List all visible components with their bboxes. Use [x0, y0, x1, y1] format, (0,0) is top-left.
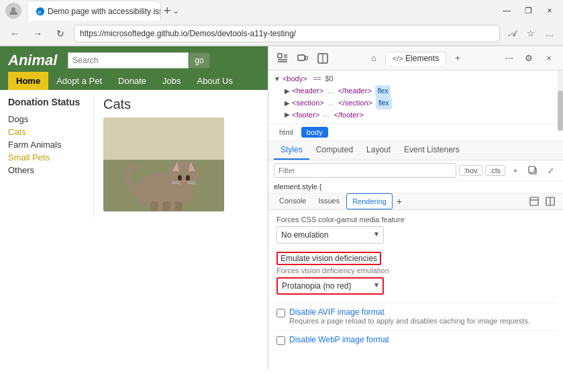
vision-label: Emulate vision deficiencies	[280, 254, 377, 263]
triangle-header[interactable]: ▶	[285, 86, 290, 97]
dom-subtab-body[interactable]: body	[301, 127, 328, 138]
sidebar-title: Donation Status	[8, 97, 85, 107]
bottom-tab-issues[interactable]: Issues	[313, 193, 345, 209]
section-title: Cats	[103, 97, 258, 112]
devtools-home-btn[interactable]: ⌂	[365, 50, 382, 67]
svg-rect-29	[529, 166, 535, 173]
dock-btn[interactable]	[543, 194, 558, 209]
avif-sublabel: Requires a page reload to apply and disa…	[289, 317, 530, 325]
vision-dropdown-wrapper: Protanopia (no red) No emulation Blurred…	[276, 277, 384, 295]
svg-rect-16	[150, 201, 158, 211]
tab-list-btn[interactable]: ⌄	[172, 6, 179, 15]
svg-rect-18	[174, 201, 183, 211]
dom-badge-flex-header: flex	[375, 85, 391, 97]
avif-label-group: Disable AVIF image format Requires a pag…	[289, 307, 530, 325]
nav-item-about[interactable]: About Us	[189, 72, 240, 90]
favorites-btn[interactable]: ☆	[523, 26, 539, 42]
triangle-section[interactable]: ▶	[285, 98, 290, 109]
dom-line-section: ▶ <section> … </section> flex	[274, 97, 558, 109]
search-btn[interactable]: go	[189, 52, 209, 68]
dom-badge-flex-section: flex	[376, 97, 392, 109]
inspect-element-btn[interactable]	[274, 50, 291, 67]
svg-text:e: e	[38, 8, 42, 15]
bottom-tab-console[interactable]: Console	[274, 193, 311, 209]
dt-tab-layout[interactable]: Layout	[360, 141, 397, 160]
bottom-tabs: Console Issues Rendering +	[268, 193, 563, 210]
browser-chrome: e Demo page with accessibility iss… × + …	[0, 0, 563, 46]
devtools-tab-elements[interactable]: </> Elements	[385, 52, 446, 65]
nav-item-home[interactable]: Home	[8, 72, 48, 90]
sidebar-item-dogs[interactable]: Dogs	[8, 113, 85, 126]
device-toolbar-btn[interactable]	[294, 50, 311, 67]
avif-link[interactable]: Disable AVIF image format	[289, 307, 385, 317]
add-tab-btn[interactable]: +	[449, 50, 466, 67]
dom-tree: ▼ <body> == $0 ▶ <header> … </header> fl…	[268, 70, 563, 124]
avif-row: Disable AVIF image format Requires a pag…	[276, 307, 555, 325]
webp-link[interactable]: Disable WebP image format	[289, 335, 389, 344]
settings-btn[interactable]: ⚙	[520, 50, 538, 67]
svg-rect-30	[530, 197, 538, 205]
styles-tabs: Styles Computed Layout Event Listeners	[268, 141, 563, 160]
bottom-icons	[527, 194, 558, 209]
new-tab-btn[interactable]: +	[164, 5, 171, 17]
dom-subtabs: html body	[268, 124, 563, 141]
minimize-btn[interactable]: —	[499, 3, 515, 19]
divider2	[276, 330, 555, 331]
divider	[276, 303, 555, 303]
brand-row: Animal go	[8, 52, 260, 69]
address-bar: ← → ↻ 𝒜 ☆ …	[0, 21, 563, 46]
nav-item-donate[interactable]: Donate	[110, 72, 154, 90]
toggle-panel-btn[interactable]	[314, 50, 331, 67]
browser-tab[interactable]: e Demo page with accessibility iss… ×	[27, 1, 161, 21]
avif-checkbox[interactable]	[276, 309, 285, 317]
maximize-btn[interactable]: ❐	[520, 3, 536, 19]
filter-input[interactable]	[274, 163, 456, 178]
devtools-close-btn[interactable]: ×	[540, 50, 558, 67]
cls-btn[interactable]: .cls	[485, 165, 506, 176]
color-gamut-select[interactable]: No emulation	[276, 226, 384, 244]
undock-btn[interactable]	[527, 194, 542, 209]
refresh-btn[interactable]: ↻	[51, 24, 70, 43]
webp-label: Disable WebP image format	[289, 335, 389, 344]
sidebar-item-farm[interactable]: Farm Animals	[8, 138, 85, 151]
webp-checkbox[interactable]	[276, 336, 285, 345]
more-btn[interactable]: …	[542, 26, 558, 42]
expand-style-btn[interactable]: ⤢	[543, 163, 558, 178]
dom-subtab-html[interactable]: html	[274, 127, 299, 138]
forward-btn[interactable]: →	[28, 24, 47, 43]
nav-item-adopt[interactable]: Adopt a Pet	[48, 72, 110, 90]
bottom-tab-rendering[interactable]: Rendering	[346, 193, 393, 209]
vision-select[interactable]: Protanopia (no red) No emulation Blurred…	[276, 277, 384, 295]
dt-tab-events[interactable]: Event Listeners	[397, 141, 466, 160]
scrollbar-thumb	[558, 91, 563, 131]
triangle-body[interactable]: ▼	[274, 74, 280, 85]
site-main: Cats	[94, 90, 268, 218]
sidebar-item-small[interactable]: Small Pets	[8, 151, 85, 164]
read-aloud-btn[interactable]: 𝒜	[504, 26, 520, 42]
svg-rect-19	[278, 54, 282, 58]
copy-style-btn[interactable]	[525, 163, 540, 178]
close-btn[interactable]: ×	[542, 3, 558, 19]
dt-tab-styles[interactable]: Styles	[274, 141, 309, 160]
svg-rect-25	[305, 56, 307, 60]
site-sidebar: Donation Status Dogs Cats Farm Animals S…	[0, 90, 94, 218]
search-row: go	[68, 52, 209, 68]
triangle-footer[interactable]: ▶	[285, 109, 290, 120]
back-btn[interactable]: ←	[5, 24, 24, 43]
title-bar: e Demo page with accessibility iss… × + …	[0, 0, 563, 21]
add-bottom-tab-btn[interactable]: +	[394, 196, 405, 207]
nav-item-jobs[interactable]: Jobs	[154, 72, 189, 90]
add-style-btn[interactable]: +	[508, 163, 523, 178]
address-input[interactable]	[74, 25, 500, 42]
hov-btn[interactable]: :hov	[459, 165, 482, 176]
search-input[interactable]	[68, 52, 189, 68]
sidebar-item-others[interactable]: Others	[8, 164, 85, 177]
more-tools-btn[interactable]: ⋯	[500, 50, 517, 67]
main-layout: Animal go Home Adopt a Pet Donate Jobs A…	[0, 46, 563, 370]
dt-tab-computed[interactable]: Computed	[309, 141, 360, 160]
svg-rect-17	[162, 201, 170, 211]
profile-icon[interactable]	[5, 3, 21, 19]
vision-label-highlight: Emulate vision deficiencies	[276, 252, 381, 265]
dom-line-body: ▼ <body> == $0	[274, 73, 558, 85]
sidebar-item-cats[interactable]: Cats	[8, 126, 85, 138]
